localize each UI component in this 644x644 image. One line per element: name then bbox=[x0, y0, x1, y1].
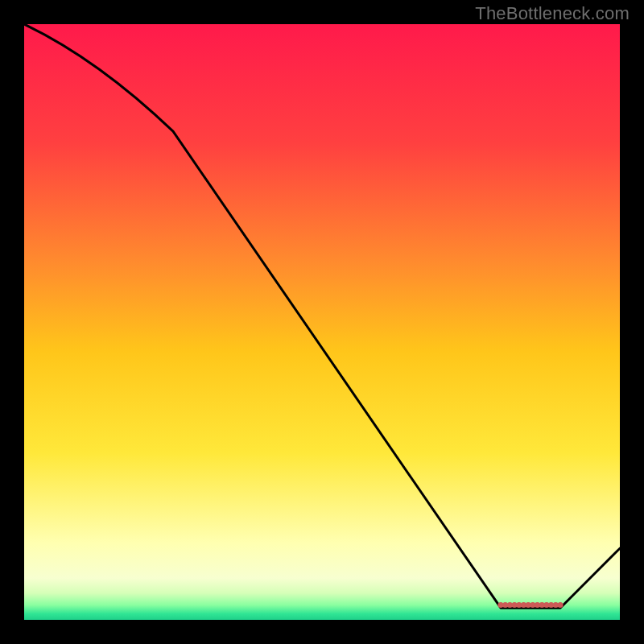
plot-area bbox=[24, 24, 620, 620]
data-dot bbox=[557, 602, 563, 608]
watermark-text: TheBottleneck.com bbox=[475, 3, 630, 24]
chart-svg bbox=[24, 24, 620, 620]
chart-container: { "watermark": "TheBottleneck.com", "cha… bbox=[0, 0, 644, 644]
gradient-background bbox=[24, 24, 620, 620]
